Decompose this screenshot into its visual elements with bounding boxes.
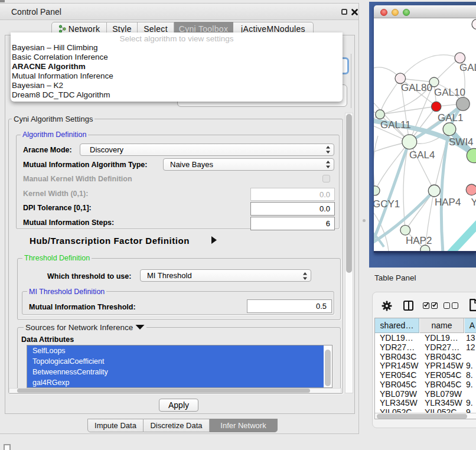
svg-text:GAL11: GAL11 (380, 119, 411, 131)
svg-text:YJR: YJR (471, 197, 476, 208)
svg-text:GAL2: GAL2 (459, 62, 476, 73)
svg-text:HAP4: HAP4 (435, 197, 461, 208)
svg-text:HAP2: HAP2 (406, 235, 432, 246)
svg-text:GCY1: GCY1 (374, 198, 400, 210)
svg-text:GAL10: GAL10 (434, 87, 465, 98)
svg-text:GAL80: GAL80 (401, 82, 432, 93)
svg-text:SWI4: SWI4 (449, 136, 474, 148)
svg-text:GAL1: GAL1 (438, 112, 463, 123)
svg-text:GAL4: GAL4 (409, 149, 435, 161)
